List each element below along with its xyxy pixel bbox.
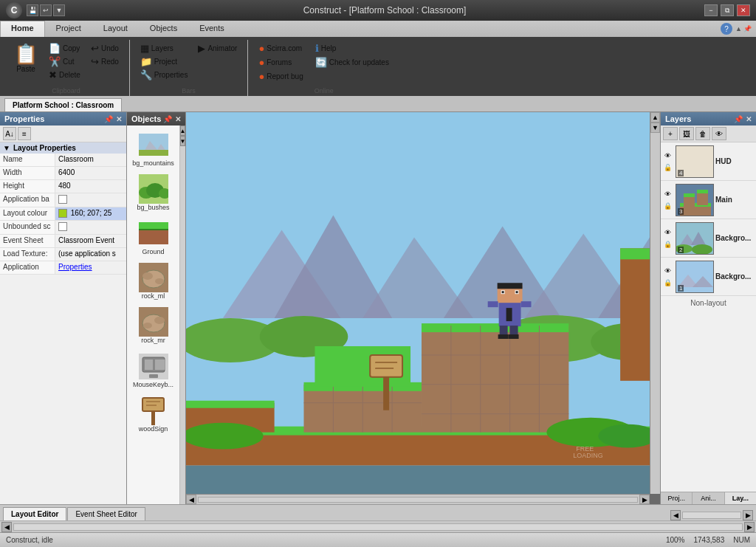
editor-tab-classroom[interactable]: Platform School : Classroom	[4, 98, 122, 111]
layer-main-visibility[interactable]: 👁	[662, 189, 673, 199]
props-pin[interactable]: 📌	[104, 115, 113, 123]
hscroll-left[interactable]: ◀	[1, 522, 12, 532]
quick-access-undo[interactable]: ↩	[40, 4, 52, 16]
obj-ground[interactable]: Ground	[130, 217, 176, 257]
redo-button[interactable]: ↪ Redo	[86, 55, 123, 68]
paste-button[interactable]: 📋 Paste	[9, 41, 43, 84]
help-icon[interactable]: ?	[721, 23, 732, 35]
layer-bg2-visibility[interactable]: 👁	[662, 227, 673, 238]
win-close[interactable]: ✕	[737, 4, 750, 16]
objects-close[interactable]: ✕	[175, 115, 181, 123]
window-title: Construct - [Platform School : Classroom…	[65, 5, 704, 16]
ribbon: 📋 Paste 📄 Copy ✂️ Cut ✖ Delete	[0, 37, 756, 96]
layer-hud[interactable]: 👁 🔓 4 HUD	[661, 142, 756, 181]
ribbon-group-bars: ▦ Layers 📁 Project 🔧 Properties ▶ Animat…	[130, 40, 249, 96]
report-button[interactable]: ● Report bug	[254, 69, 307, 83]
editor-tab-bar: Platform School : Classroom	[0, 96, 756, 112]
obj-mousekeyb[interactable]: MouseKeyb...	[130, 350, 176, 390]
scroll-right-btn[interactable]: ▶	[639, 495, 650, 504]
layer-background-2[interactable]: 👁 🔒 2 Backgro...	[661, 219, 756, 258]
hscroll-right[interactable]: ▶	[744, 522, 755, 532]
layer-eye-btn[interactable]: 👁	[712, 127, 726, 140]
ribbon-group-clipboard: 📋 Paste 📄 Copy ✂️ Cut ✖ Delete	[3, 40, 130, 96]
panel-tab-layers[interactable]: Lay...	[725, 492, 756, 504]
layer-del-btn[interactable]: 🗑	[695, 127, 710, 140]
canvas-viewport[interactable]: FREE LOADING	[186, 112, 650, 494]
forums-button[interactable]: ● Forums	[254, 55, 307, 69]
check-updates-button[interactable]: 🔄 Check for updates	[311, 55, 394, 69]
obj-woodsign[interactable]: woodSign	[130, 394, 176, 434]
svg-rect-64	[383, 374, 389, 410]
main-layout: Properties 📌 ✕ A↓ ≡ ▼ Layout Properties …	[0, 112, 756, 504]
scroll-up-btn[interactable]: ▲	[650, 112, 660, 123]
layer-background-1[interactable]: 👁 🔒 1 Backgro...	[661, 258, 756, 296]
layers-pin[interactable]: 📌	[734, 115, 743, 123]
prop-row-unbounded: Unbounded sc	[0, 221, 126, 235]
layers-panel: Layers 📌 ✕ + 🖼 🗑 👁 👁 🔓 4 HUD	[660, 112, 756, 504]
objects-scrollbar[interactable]: ▲ ▼	[179, 125, 185, 504]
tab-events[interactable]: Events	[188, 21, 236, 37]
canvas-hscrollbar: ◀ ▶	[0, 520, 756, 532]
svg-rect-45	[422, 326, 568, 433]
obj-bg-bushes[interactable]: bg_bushes	[130, 173, 176, 213]
tab-project[interactable]: Project	[45, 21, 92, 37]
bottom-scroll-track[interactable]	[682, 512, 741, 519]
scroll-left-btn[interactable]: ◀	[186, 495, 196, 504]
props-section-header: ▼ Layout Properties	[0, 142, 126, 154]
svg-rect-87	[684, 196, 695, 207]
svg-rect-80	[498, 334, 509, 339]
canvas-scroll-horizontal[interactable]: ◀ ▶	[186, 494, 650, 504]
svg-rect-88	[684, 193, 695, 197]
status-coordinates: 1743,583	[694, 536, 725, 544]
quick-access-more[interactable]: ▼	[53, 4, 65, 16]
tab-home[interactable]: Home	[0, 21, 45, 37]
win-restore[interactable]: ⧉	[721, 4, 734, 16]
layer-main-lock[interactable]: 🔒	[662, 201, 673, 211]
ribbon-pin[interactable]: 📌	[743, 25, 752, 32]
tab-objects[interactable]: Objects	[139, 21, 188, 37]
win-minimize[interactable]: −	[704, 4, 718, 16]
layer-main[interactable]: 👁 🔒 3 Main	[661, 181, 756, 219]
obj-bg-mountains[interactable]: bg_mountains	[130, 128, 176, 168]
objects-list: bg_mountains bg_bushes	[127, 125, 179, 504]
bottom-tab-event[interactable]: Event Sheet Editor	[67, 507, 145, 520]
obj-rock-mr[interactable]: rock_mr	[130, 306, 176, 345]
layer-hud-lock[interactable]: 🔓	[662, 162, 673, 173]
properties-button[interactable]: 🔧 Properties	[136, 68, 193, 81]
layer-bg1-lock[interactable]: 🔒	[662, 278, 673, 288]
cut-button[interactable]: ✂️ Cut	[44, 55, 85, 68]
undo-button[interactable]: ↩ Undo	[86, 41, 123, 55]
props-sort-alpha[interactable]: A↓	[3, 127, 16, 140]
canvas-scroll-vertical[interactable]: ▲ ▼	[650, 112, 660, 494]
scirra-button[interactable]: ● Scirra.com	[254, 41, 307, 55]
props-close[interactable]: ✕	[116, 115, 122, 123]
layer-add-btn[interactable]: +	[663, 127, 678, 140]
copy-button[interactable]: 📄 Copy	[44, 41, 85, 55]
panel-tab-animator[interactable]: Ani...	[693, 492, 724, 504]
panel-tab-project[interactable]: Proj...	[661, 492, 693, 504]
prop-row-height: Height 480	[0, 180, 126, 193]
layers-close[interactable]: ✕	[746, 115, 752, 123]
obj-rock-ml[interactable]: rock_ml	[130, 261, 176, 301]
app-logo: C	[6, 2, 22, 18]
project-button[interactable]: 📁 Project	[136, 55, 193, 68]
layer-bg1-visibility[interactable]: 👁	[662, 266, 673, 276]
quick-access-save[interactable]: 💾	[27, 4, 38, 16]
objects-pin[interactable]: 📌	[163, 115, 172, 123]
bottom-nav-left[interactable]: ◀	[670, 510, 681, 520]
bottom-nav-right[interactable]: ▶	[743, 510, 753, 520]
tab-layout[interactable]: Layout	[92, 21, 139, 37]
layer-img-btn[interactable]: 🖼	[679, 127, 694, 140]
help-button[interactable]: ℹ Help	[311, 41, 394, 55]
props-sort-cat[interactable]: ≡	[18, 127, 31, 140]
scroll-down-btn[interactable]: ▼	[650, 123, 660, 133]
hscroll-track[interactable]	[13, 523, 743, 531]
ribbon-minimize[interactable]: ▲	[735, 25, 742, 32]
layer-bg2-lock[interactable]: 🔒	[662, 239, 673, 250]
layer-hud-visibility[interactable]: 👁	[662, 151, 673, 161]
bottom-tab-layout[interactable]: Layout Editor	[3, 507, 66, 520]
layers-button[interactable]: ▦ Layers	[136, 41, 193, 55]
layers-header: Layers 📌 ✕	[661, 112, 756, 125]
delete-button[interactable]: ✖ Delete	[44, 68, 85, 81]
animator-button[interactable]: ▶ Animator	[193, 41, 241, 55]
